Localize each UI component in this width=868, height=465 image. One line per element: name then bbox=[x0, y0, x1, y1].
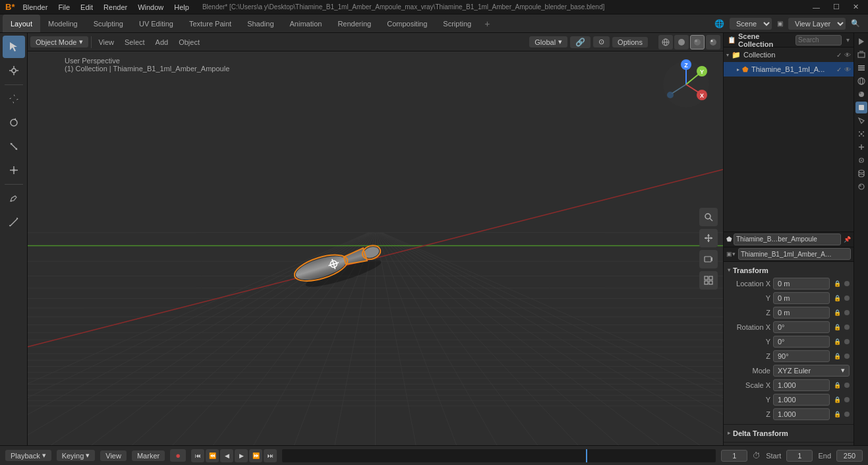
scale-x-keyframe[interactable] bbox=[844, 383, 850, 388]
3d-viewport[interactable]: User Perspective (1) Collection | Thiami… bbox=[28, 51, 723, 445]
outliner-item-thiamine[interactable]: ▸ ⬟ Thiamine_B1_1ml_A... ✓ 👁 bbox=[724, 62, 854, 77]
location-y-field[interactable]: 0 m bbox=[773, 292, 830, 304]
location-y-lock[interactable]: 🔒 bbox=[832, 294, 842, 303]
vp-menu-object[interactable]: Object bbox=[175, 37, 204, 47]
material-props-icon[interactable] bbox=[855, 181, 867, 193]
scene-props-icon[interactable] bbox=[855, 75, 867, 87]
tab-modeling[interactable]: Modeling bbox=[40, 15, 86, 32]
render-props-icon[interactable] bbox=[855, 36, 867, 47]
scale-y-field[interactable]: 1.000 bbox=[773, 394, 830, 406]
jump-prev-keyframe-button[interactable]: ⏪ bbox=[206, 449, 219, 462]
jump-start-button[interactable]: ⏮ bbox=[191, 449, 204, 462]
object-mode-button[interactable]: Object Mode ▾ bbox=[30, 36, 88, 47]
rotation-y-field[interactable]: 0° bbox=[773, 336, 830, 348]
navigation-gizmo[interactable]: Z Y X bbox=[660, 58, 712, 111]
data-type-selector[interactable]: ▣▾ bbox=[726, 251, 736, 257]
measure-tool-button[interactable] bbox=[3, 211, 25, 233]
location-y-keyframe[interactable] bbox=[844, 295, 850, 301]
rotate-tool-button[interactable] bbox=[3, 111, 25, 134]
menu-help[interactable]: Help bbox=[171, 3, 192, 11]
vp-menu-view[interactable]: View bbox=[94, 37, 118, 47]
outliner-filter-button[interactable]: ▾ bbox=[846, 36, 850, 44]
play-button[interactable]: ▶ bbox=[235, 449, 248, 462]
jump-end-button[interactable]: ⏭ bbox=[264, 449, 277, 462]
viewport-canvas[interactable] bbox=[28, 51, 723, 445]
record-button[interactable]: ● bbox=[170, 449, 186, 462]
filter-icon[interactable]: 🔍 bbox=[851, 19, 860, 28]
object-props-icon[interactable] bbox=[855, 102, 867, 113]
current-frame-input[interactable] bbox=[721, 450, 747, 462]
rotation-z-keyframe[interactable] bbox=[844, 354, 850, 359]
modifier-props-icon[interactable] bbox=[855, 115, 867, 127]
scale-x-field[interactable]: 1.000 bbox=[773, 379, 830, 391]
tab-shading[interactable]: Shading bbox=[239, 15, 281, 32]
cursor-tool-button[interactable] bbox=[3, 59, 25, 82]
menu-blender[interactable]: Blender bbox=[20, 3, 50, 11]
select-tool-button[interactable] bbox=[3, 36, 25, 58]
view-layer-selector[interactable]: View Layer bbox=[788, 18, 846, 30]
proportional-edit-button[interactable]: ⊙ bbox=[593, 36, 610, 47]
rotation-y-keyframe[interactable] bbox=[844, 339, 850, 344]
tab-rendering[interactable]: Rendering bbox=[330, 15, 379, 32]
outliner-item-collection[interactable]: ▾ 📁 Collection ✓ 👁 bbox=[724, 47, 854, 62]
data-props-icon[interactable] bbox=[855, 168, 867, 179]
camera-view-icon[interactable] bbox=[699, 250, 718, 268]
delta-transform-header[interactable]: ▸ Delta Transform bbox=[728, 427, 850, 439]
jump-next-keyframe-button[interactable]: ⏩ bbox=[249, 449, 262, 462]
annotate-tool-button[interactable] bbox=[3, 187, 25, 210]
scale-z-lock[interactable]: 🔒 bbox=[832, 410, 842, 419]
scale-z-field[interactable]: 1.000 bbox=[773, 408, 830, 420]
snap-button[interactable]: 🔗 bbox=[570, 36, 591, 48]
marker-menu-button[interactable]: Marker bbox=[132, 450, 165, 461]
scale-y-keyframe[interactable] bbox=[844, 397, 850, 402]
menu-window[interactable]: Window bbox=[135, 3, 166, 11]
collection-eye-icon[interactable]: 👁 bbox=[844, 51, 851, 59]
menu-file[interactable]: File bbox=[55, 3, 72, 11]
physics-props-icon[interactable] bbox=[855, 141, 867, 153]
grid-view-icon[interactable] bbox=[699, 271, 718, 290]
pan-icon[interactable] bbox=[699, 229, 718, 247]
keying-menu-button[interactable]: Keying ▾ bbox=[57, 450, 96, 461]
object-pin-icon[interactable]: 📌 bbox=[844, 236, 851, 243]
particles-props-icon[interactable] bbox=[855, 128, 867, 140]
vp-menu-add[interactable]: Add bbox=[152, 37, 173, 47]
rotation-x-lock[interactable]: 🔒 bbox=[832, 323, 842, 332]
collection-visibility-icon[interactable]: ✓ bbox=[836, 51, 842, 59]
location-x-field[interactable]: 0 m bbox=[773, 278, 830, 290]
thiamine-eye-icon[interactable]: 👁 bbox=[844, 66, 851, 73]
scale-x-lock[interactable]: 🔒 bbox=[832, 381, 842, 390]
object-name-input[interactable] bbox=[734, 233, 841, 245]
location-z-lock[interactable]: 🔒 bbox=[832, 308, 842, 317]
rotation-z-field[interactable]: 90° bbox=[773, 350, 830, 362]
location-x-keyframe[interactable] bbox=[844, 281, 850, 286]
tab-uv-editing[interactable]: UV Editing bbox=[131, 15, 181, 32]
rotation-y-lock[interactable]: 🔒 bbox=[832, 337, 842, 346]
location-z-field[interactable]: 0 m bbox=[773, 307, 830, 319]
world-props-icon[interactable] bbox=[855, 88, 867, 100]
transform-header[interactable]: ▾ Transform bbox=[728, 264, 850, 276]
rendered-shading-button[interactable] bbox=[706, 35, 720, 49]
add-workspace-button[interactable]: + bbox=[479, 15, 495, 32]
tab-compositing[interactable]: Compositing bbox=[379, 15, 435, 32]
rotation-x-field[interactable]: 0° bbox=[773, 321, 830, 333]
move-tool-button[interactable] bbox=[3, 88, 25, 110]
material-shading-button[interactable] bbox=[690, 35, 705, 49]
play-reverse-button[interactable]: ◀ bbox=[220, 449, 233, 462]
scale-tool-button[interactable] bbox=[3, 135, 25, 158]
location-x-lock[interactable]: 🔒 bbox=[832, 279, 842, 288]
wireframe-shading-button[interactable] bbox=[658, 35, 673, 49]
close-button[interactable]: ✕ bbox=[849, 3, 863, 11]
end-frame-input[interactable] bbox=[836, 450, 863, 462]
tab-scripting[interactable]: Scripting bbox=[435, 15, 479, 32]
output-props-icon[interactable] bbox=[855, 49, 867, 61]
menu-edit[interactable]: Edit bbox=[78, 3, 96, 11]
tab-layout[interactable]: Layout bbox=[3, 15, 40, 32]
scene-selector[interactable]: Scene bbox=[730, 18, 772, 30]
tab-sculpting[interactable]: Sculpting bbox=[86, 15, 131, 32]
data-name-input[interactable] bbox=[738, 248, 851, 260]
location-z-keyframe[interactable] bbox=[844, 310, 850, 315]
timeline-scrubber[interactable] bbox=[282, 449, 716, 462]
rotation-z-lock[interactable]: 🔒 bbox=[832, 352, 842, 361]
zoom-icon[interactable] bbox=[699, 208, 718, 226]
scale-z-keyframe[interactable] bbox=[844, 412, 850, 417]
